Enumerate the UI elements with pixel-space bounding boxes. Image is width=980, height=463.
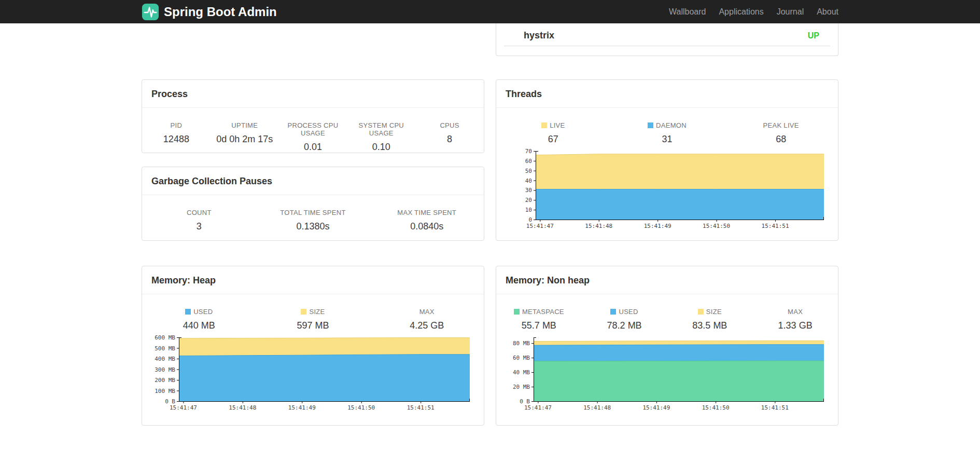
nav-item-wallboard[interactable]: Wallboard xyxy=(669,7,706,17)
health-panel: hystrix UP xyxy=(496,23,838,56)
svg-text:80 MB: 80 MB xyxy=(513,340,530,347)
legend-value: 4.25 GB xyxy=(370,320,484,331)
svg-text:70: 70 xyxy=(525,148,532,155)
legend-value: 83.5 MB xyxy=(667,320,753,331)
heap-panel-title: Memory: Heap xyxy=(142,266,484,294)
threads-chart: 01020304050607015:41:4715:41:4815:41:491… xyxy=(503,148,831,231)
row-process-threads: Process PID 12488 UPTIME 0d 0h 2m 17s PR… xyxy=(142,79,838,241)
nonheap-panel-title: Memory: Non heap xyxy=(496,266,838,294)
svg-text:20: 20 xyxy=(525,197,532,203)
legend-label: SIZE xyxy=(667,308,753,316)
brand-logo-icon xyxy=(142,3,159,21)
gc-panel: Garbage Collection Pauses COUNT 3 TOTAL … xyxy=(142,167,484,241)
nav-item-applications[interactable]: Applications xyxy=(719,7,763,17)
daemon-swatch-icon xyxy=(648,122,653,128)
stat-label: UPTIME xyxy=(211,121,279,129)
stat-value: 0.10 xyxy=(347,142,415,153)
legend-text: LIVE xyxy=(550,121,565,129)
top-row-spacer xyxy=(142,23,484,56)
legend-size: SIZE 597 MB xyxy=(256,308,370,331)
live-swatch-icon xyxy=(541,122,547,128)
legend-text: METASPACE xyxy=(522,308,564,316)
legend-used: USED 78.2 MB xyxy=(582,308,667,331)
memory-nonheap-chart: 0 B20 MB40 MB60 MB80 MB15:41:4715:41:481… xyxy=(503,334,831,413)
legend-label: PEAK LIVE xyxy=(724,121,838,129)
legend-text: DAEMON xyxy=(656,121,687,129)
legend-label: LIVE xyxy=(496,121,610,129)
svg-text:15:41:50: 15:41:50 xyxy=(703,223,730,229)
memory-nonheap-panel: Memory: Non heap METASPACE 55.7 MB USED … xyxy=(496,266,838,426)
threads-panel: Threads LIVE 67 DAEMON 31 PEAK LIVE 68 xyxy=(496,79,838,241)
brand-title: Spring Boot Admin xyxy=(164,5,277,19)
svg-text:40 MB: 40 MB xyxy=(513,369,530,376)
nav-links: Wallboard Applications Journal About xyxy=(656,7,838,17)
main-content: hystrix UP Process PID 12488 UPTIME 0d 0… xyxy=(142,23,838,426)
legend-value: 78.2 MB xyxy=(582,320,667,331)
gc-stats: COUNT 3 TOTAL TIME SPENT 0.1380s MAX TIM… xyxy=(142,195,484,232)
legend-value: 68 xyxy=(724,134,838,145)
legend-value: 55.7 MB xyxy=(496,320,582,331)
stat-label: CPUS xyxy=(415,121,484,129)
health-app-name: hystrix xyxy=(524,30,554,41)
stat-value: 3 xyxy=(142,221,256,232)
svg-text:15:41:48: 15:41:48 xyxy=(585,223,612,229)
stat-gc-count: COUNT 3 xyxy=(142,209,256,232)
size-swatch-icon xyxy=(301,309,306,315)
legend-label: MAX xyxy=(752,308,838,316)
nonheap-legend: METASPACE 55.7 MB USED 78.2 MB SIZE 83.5… xyxy=(496,294,838,331)
legend-value: 440 MB xyxy=(142,320,256,331)
stat-pid: PID 12488 xyxy=(142,121,211,153)
svg-text:30: 30 xyxy=(525,187,532,194)
stat-cpus: CPUS 8 xyxy=(415,121,484,153)
svg-text:600 MB: 600 MB xyxy=(155,334,175,341)
svg-text:500 MB: 500 MB xyxy=(155,345,175,352)
threads-panel-title: Threads xyxy=(496,80,838,108)
used-swatch-icon xyxy=(610,309,616,315)
svg-text:15:41:47: 15:41:47 xyxy=(524,404,552,411)
svg-text:15:41:51: 15:41:51 xyxy=(762,223,789,229)
navbar: Spring Boot Admin Wallboard Applications… xyxy=(0,0,980,23)
stat-gc-total-time: TOTAL TIME SPENT 0.1380s xyxy=(256,209,370,232)
legend-value: 31 xyxy=(610,134,724,145)
process-panel: Process PID 12488 UPTIME 0d 0h 2m 17s PR… xyxy=(142,79,484,153)
size-swatch-icon xyxy=(698,309,704,315)
svg-text:50: 50 xyxy=(525,168,532,174)
nav-item-about[interactable]: About xyxy=(817,7,838,17)
legend-text: MAX xyxy=(788,308,803,316)
nav-item-journal[interactable]: Journal xyxy=(777,7,804,17)
legend-label: USED xyxy=(582,308,667,316)
stat-label: TOTAL TIME SPENT xyxy=(256,209,370,216)
legend-text: SIZE xyxy=(309,308,325,316)
stat-value: 0d 0h 2m 17s xyxy=(211,134,279,145)
stat-label: COUNT xyxy=(142,209,256,216)
svg-text:15:41:49: 15:41:49 xyxy=(288,404,316,411)
metaspace-swatch-icon xyxy=(514,309,520,315)
svg-text:100 MB: 100 MB xyxy=(155,388,175,394)
row-memory: Memory: Heap USED 440 MB SIZE 597 MB MAX… xyxy=(142,266,838,426)
legend-label: METASPACE xyxy=(496,308,582,316)
svg-text:15:41:50: 15:41:50 xyxy=(347,404,375,411)
legend-label: DAEMON xyxy=(610,121,724,129)
stat-value: 12488 xyxy=(142,134,211,145)
legend-used: USED 440 MB xyxy=(142,308,256,331)
stat-label: MAX TIME SPENT xyxy=(370,209,484,216)
used-swatch-icon xyxy=(185,309,191,315)
svg-text:60: 60 xyxy=(525,158,532,165)
svg-text:15:41:47: 15:41:47 xyxy=(526,223,554,229)
health-row-hystrix: hystrix UP xyxy=(504,23,830,46)
brand[interactable]: Spring Boot Admin xyxy=(142,3,277,21)
stat-label: PID xyxy=(142,121,211,129)
stat-label: PROCESS CPU USAGE xyxy=(279,121,347,137)
legend-value: 1.33 GB xyxy=(752,320,838,331)
legend-text: PEAK LIVE xyxy=(763,121,799,129)
legend-metaspace: METASPACE 55.7 MB xyxy=(496,308,582,331)
svg-text:15:41:51: 15:41:51 xyxy=(761,404,789,411)
stat-value: 0.1380s xyxy=(256,221,370,232)
stat-value: 0.0840s xyxy=(370,221,484,232)
legend-daemon: DAEMON 31 xyxy=(610,121,724,145)
legend-text: USED xyxy=(619,308,638,316)
legend-label: SIZE xyxy=(256,308,370,316)
stat-value: 8 xyxy=(415,134,484,145)
svg-text:400 MB: 400 MB xyxy=(155,356,175,362)
legend-value: 597 MB xyxy=(256,320,370,331)
